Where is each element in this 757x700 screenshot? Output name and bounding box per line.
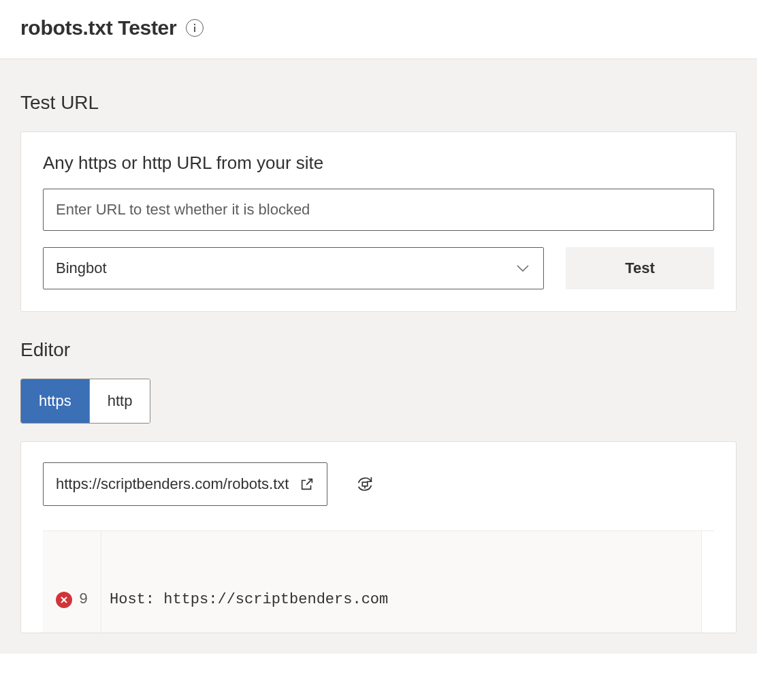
line-number: 9 bbox=[79, 591, 88, 608]
code-gutter: 9 bbox=[43, 531, 101, 633]
editor-card: https://scriptbenders.com/robots.txt bbox=[20, 441, 737, 633]
error-icon bbox=[56, 592, 72, 608]
test-url-card: Any https or http URL from your site Bin… bbox=[20, 131, 737, 312]
content-area: Test URL Any https or http URL from your… bbox=[0, 59, 757, 654]
svg-rect-2 bbox=[363, 482, 368, 486]
protocol-tabs: https http bbox=[20, 379, 150, 424]
url-input[interactable] bbox=[43, 189, 714, 231]
test-url-heading: Test URL bbox=[20, 92, 737, 114]
svg-point-0 bbox=[194, 24, 195, 25]
tab-https[interactable]: https bbox=[21, 379, 89, 423]
test-button[interactable]: Test bbox=[566, 247, 714, 289]
svg-rect-1 bbox=[194, 27, 195, 32]
scroll-spacer bbox=[706, 531, 714, 633]
bot-select[interactable]: Bingbot bbox=[43, 247, 544, 289]
editor-heading: Editor bbox=[20, 339, 737, 361]
page-title: robots.txt Tester bbox=[20, 16, 176, 39]
robots-url-text: https://scriptbenders.com/robots.txt bbox=[56, 475, 289, 493]
url-field-label: Any https or http URL from your site bbox=[43, 153, 714, 174]
refresh-icon[interactable] bbox=[355, 474, 375, 494]
page-header: robots.txt Tester bbox=[0, 0, 757, 59]
code-line: Host: https://scriptbenders.com bbox=[110, 591, 701, 608]
code-content[interactable]: Host: https://scriptbenders.com bbox=[101, 531, 702, 633]
bot-select-value: Bingbot bbox=[56, 259, 107, 277]
info-icon[interactable] bbox=[186, 19, 204, 37]
robots-url-box[interactable]: https://scriptbenders.com/robots.txt bbox=[43, 462, 327, 506]
open-external-icon bbox=[300, 477, 315, 492]
code-editor[interactable]: 9 Host: https://scriptbenders.com bbox=[43, 530, 714, 633]
tab-http[interactable]: http bbox=[89, 379, 150, 423]
chevron-down-icon bbox=[515, 260, 531, 276]
